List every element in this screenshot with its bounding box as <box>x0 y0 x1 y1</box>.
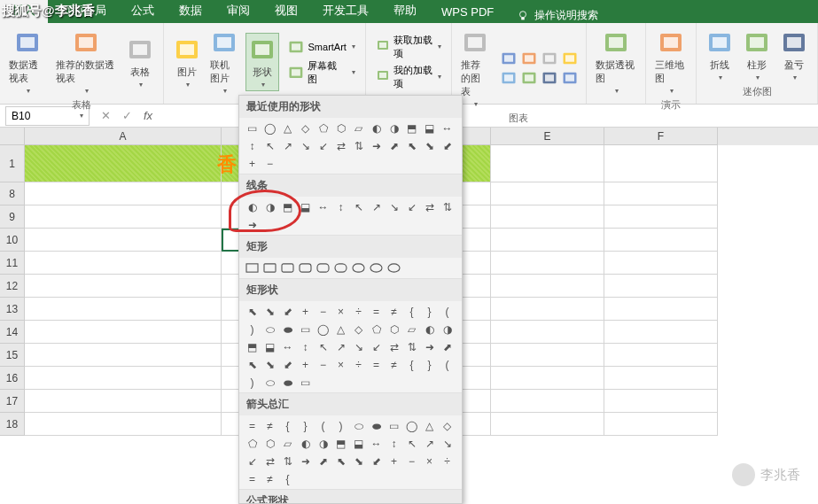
shape-item[interactable]: ⬋ <box>280 304 295 319</box>
shape-text-xiang[interactable]: 香 <box>217 151 237 178</box>
row-header-1[interactable]: 1 <box>0 145 25 182</box>
chart-type-icon[interactable] <box>561 50 579 67</box>
chart-type-icon[interactable] <box>561 69 579 87</box>
confirm-button[interactable]: ✓ <box>116 109 137 122</box>
cell-E1[interactable] <box>491 145 604 182</box>
shape-item[interactable]: ≠ <box>386 304 401 319</box>
shape-item[interactable]: ⬭ <box>262 322 277 337</box>
shape-item[interactable]: ⬊ <box>262 357 277 372</box>
shape-item[interactable]: = <box>245 418 260 433</box>
cell-A13[interactable] <box>25 298 222 321</box>
cell-A17[interactable] <box>25 390 222 413</box>
col-header-F[interactable]: F <box>604 128 718 145</box>
shape-item[interactable]: { <box>404 304 419 319</box>
shape-item[interactable]: ≠ <box>386 357 401 372</box>
shape-item[interactable]: ↗ <box>280 138 295 153</box>
ribbon-btn-数据透视表[interactable]: 数据透视表▾ <box>7 27 49 97</box>
shape-item[interactable]: ⬋ <box>440 138 455 153</box>
cell-E16[interactable] <box>491 367 604 390</box>
cell-E12[interactable] <box>491 275 604 298</box>
tab-view[interactable]: 视图 <box>262 0 310 23</box>
shape-item[interactable]: ➜ <box>298 454 313 469</box>
tab-wps[interactable]: WPS PDF <box>429 1 506 23</box>
shape-item[interactable] <box>262 260 277 275</box>
shape-item[interactable]: ◑ <box>386 120 401 136</box>
shape-item[interactable]: ⬉ <box>404 138 419 153</box>
shape-item[interactable]: ↙ <box>404 199 419 214</box>
shape-item[interactable]: + <box>298 357 313 372</box>
shape-item[interactable]: ⬓ <box>351 436 366 451</box>
cell-A9[interactable] <box>25 205 222 229</box>
cell-A16[interactable] <box>25 367 222 390</box>
shape-item[interactable] <box>298 260 313 275</box>
row-header-15[interactable]: 15 <box>0 344 25 367</box>
shape-item[interactable]: ▭ <box>298 375 313 390</box>
ribbon-stack-SmartArt[interactable]: SmartArt▾ <box>284 37 358 57</box>
shape-item[interactable]: ⬠ <box>316 120 331 136</box>
cell-A8[interactable] <box>25 182 222 205</box>
shape-item[interactable]: ◯ <box>404 418 419 433</box>
cell-F18[interactable] <box>604 413 718 436</box>
tab-help[interactable]: 帮助 <box>381 0 429 23</box>
shape-item[interactable]: ↖ <box>404 436 419 451</box>
ribbon-btn-联机图片[interactable]: 联机图片▾ <box>208 27 240 97</box>
row-header-9[interactable]: 9 <box>0 205 25 229</box>
ribbon-btn-表格[interactable]: 表格▾ <box>124 34 156 90</box>
shape-item[interactable]: − <box>404 454 419 469</box>
shape-item[interactable]: ⇄ <box>422 199 437 214</box>
shape-item[interactable]: ↔ <box>280 339 295 354</box>
shape-item[interactable]: ⬓ <box>262 339 277 354</box>
shape-item[interactable]: △ <box>333 322 348 337</box>
cell-F11[interactable] <box>604 252 718 275</box>
shape-item[interactable]: ↕ <box>333 199 348 214</box>
shape-item[interactable]: ⬓ <box>298 199 313 214</box>
cell-E8[interactable] <box>491 182 604 205</box>
shape-item[interactable]: ⬈ <box>316 454 331 469</box>
row-header-18[interactable]: 18 <box>0 413 25 436</box>
shape-item[interactable]: ↔ <box>369 436 384 451</box>
shape-item[interactable]: ◐ <box>369 120 384 136</box>
shape-item[interactable]: ▭ <box>245 120 260 136</box>
shape-item[interactable]: − <box>316 304 331 319</box>
shape-item[interactable]: ◇ <box>440 418 455 433</box>
shape-item[interactable]: ➜ <box>422 339 437 354</box>
cancel-button[interactable]: ✕ <box>95 109 116 122</box>
chart-type-icon[interactable] <box>500 50 518 67</box>
tab-review[interactable]: 审阅 <box>214 0 262 23</box>
cell-F12[interactable] <box>604 275 718 298</box>
ribbon-btn-推荐的数据透视表[interactable]: 推荐的数据透视表▾ <box>54 27 119 97</box>
col-header-A[interactable]: A <box>25 128 222 145</box>
shape-item[interactable]: ⬠ <box>369 322 384 337</box>
shape-item[interactable]: ⬋ <box>369 454 384 469</box>
row-header-8[interactable]: 8 <box>0 182 25 205</box>
shape-item[interactable]: ) <box>245 375 260 390</box>
tab-data[interactable]: 数据 <box>167 0 214 23</box>
cell-F17[interactable] <box>604 390 718 413</box>
shape-item[interactable] <box>386 260 401 275</box>
shape-item[interactable]: ▭ <box>386 418 401 433</box>
chart-type-icon[interactable] <box>500 69 518 87</box>
cell-F15[interactable] <box>604 344 718 367</box>
shape-item[interactable]: ↕ <box>245 138 260 153</box>
cell-A12[interactable] <box>25 275 222 298</box>
ribbon-btn-推荐的图表[interactable]: 推荐的图表▾ <box>459 27 491 110</box>
shape-item[interactable]: ⬒ <box>404 120 419 136</box>
shape-item[interactable]: ⇅ <box>440 199 455 214</box>
shape-item[interactable]: + <box>245 156 260 171</box>
shape-item[interactable]: ⬬ <box>369 418 384 433</box>
cell-E9[interactable] <box>491 205 604 229</box>
shape-item[interactable]: ⬓ <box>422 120 437 136</box>
shape-item[interactable]: ↔ <box>316 199 331 214</box>
shape-item[interactable]: = <box>369 304 384 319</box>
shape-item[interactable]: ▱ <box>404 322 419 337</box>
shape-item[interactable]: ⬈ <box>386 138 401 153</box>
cell-F1[interactable] <box>604 145 718 182</box>
shape-item[interactable]: { <box>404 357 419 372</box>
shape-item[interactable]: × <box>333 357 348 372</box>
shape-item[interactable]: ) <box>245 322 260 337</box>
shape-item[interactable]: ↙ <box>369 339 384 354</box>
tab-formula[interactable]: 公式 <box>119 0 167 23</box>
cell-E15[interactable] <box>491 344 604 367</box>
shape-item[interactable]: ( <box>440 357 455 372</box>
ribbon-btn-三维地图[interactable]: 三维地图▾ <box>653 27 689 97</box>
